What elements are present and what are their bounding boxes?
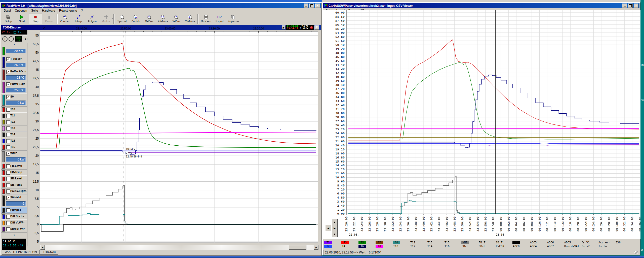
channel-checkbox[interactable]	[7, 127, 10, 130]
channel-checkbox[interactable]	[7, 190, 10, 193]
channel-row-fb-temp[interactable]: FB-Temp	[1, 170, 27, 176]
toolbar-button-start[interactable]: Start	[15, 14, 29, 24]
legend-item-fb-t[interactable]: FB-T	[478, 241, 495, 244]
legend-item-t8[interactable]: T8	[376, 244, 392, 248]
scroll-right-arrow[interactable]: ▶	[314, 245, 318, 250]
channel-row-t16[interactable]: T16	[1, 144, 27, 151]
pan-left-button[interactable]: ◀	[325, 225, 331, 231]
toolbar-button-folgen[interactable]: Folgen	[86, 14, 99, 24]
minimize-button[interactable]	[622, 4, 627, 8]
legend-item-sb-l[interactable]: SB-L	[478, 244, 495, 248]
tdr-display-bar[interactable]: TDR-Display ▶ 21:33:09 23:34:27 7,277 1,…	[1, 25, 321, 30]
pan-down-button[interactable]: ▼	[332, 231, 338, 237]
channel-checkbox[interactable]	[7, 133, 10, 137]
legend-item-t13[interactable]: T13	[427, 241, 444, 244]
channel-checkbox[interactable]: ✓	[7, 152, 10, 155]
toolbar-button-zoomen[interactable]: Zoomen	[58, 14, 72, 24]
channel-checkbox[interactable]	[7, 221, 10, 225]
channel-row-unnamed[interactable]: 20,6 °C	[1, 46, 27, 56]
plot-h-scrollbar[interactable]: ◀ ▶	[40, 245, 319, 250]
realview-titlebar[interactable]: RealView 3.0 - [c:\haus\wp\realview\2206…	[1, 3, 321, 8]
menu-item-hilfe[interactable]: Hilfe	[358, 9, 367, 12]
minimize-button[interactable]	[304, 4, 308, 8]
channel-checkbox[interactable]	[7, 139, 10, 143]
toolbar-button-xminus[interactable]: ><X-Minus	[156, 14, 170, 24]
toolbar-button-pause[interactable]: Pause	[42, 14, 56, 24]
channel-row-press-eqro[interactable]: Press-EQRo	[1, 188, 27, 195]
channel-row-fb-level[interactable]: FB-Level	[1, 163, 27, 170]
legend-item-adc5[interactable]: ADC5	[564, 241, 580, 244]
legend-item-adc3[interactable]: ADC3	[530, 241, 546, 244]
toolbar-button-interp[interactable]: Interp.	[72, 14, 86, 24]
channel-checkbox[interactable]	[7, 146, 10, 149]
channel-checkbox[interactable]	[7, 228, 10, 231]
channel-row-t11[interactable]: T11	[1, 113, 27, 119]
channel-row-diff-stich-[interactable]: Diff Stich -	[1, 214, 27, 220]
channel-row-s0[interactable]: ✓S00 kW	[1, 94, 27, 107]
channel-row-sb-temp[interactable]: SB-Temp	[1, 182, 27, 188]
maximize-button[interactable]	[309, 4, 314, 8]
toolbar-button-spezial[interactable]: ~Spezial	[115, 14, 129, 24]
channel-scroll-down[interactable]: ▼	[1, 234, 27, 237]
pan-up-button[interactable]: ▲	[332, 219, 338, 225]
channel-row-t12[interactable]: T12	[1, 119, 27, 125]
legend-item-black-box[interactable]	[512, 241, 529, 244]
toolbar-button-drucken[interactable]: Drucken	[199, 14, 213, 24]
channel-checkbox[interactable]	[7, 108, 10, 111]
legend-item-t5[interactable]: T5	[358, 241, 375, 244]
channel-row-t15[interactable]: T15	[1, 138, 27, 144]
pan-right-button[interactable]: ▶	[332, 225, 338, 231]
taskbar-edge[interactable]	[0, 256, 644, 258]
csv-viewer-titlebar[interactable]: C:\HAUS\WP\csv-viewer\resultrob3.csv - I…	[323, 3, 639, 8]
close-button[interactable]: ×	[315, 4, 320, 8]
toolbar-button-xplus[interactable]: <>X-Plus	[142, 14, 156, 24]
resize-grip[interactable]	[634, 251, 638, 254]
panel-expand-button[interactable]: ▶	[282, 25, 286, 29]
legend-item-acc-err[interactable]: Acc_err	[598, 241, 615, 244]
realview-plot-area[interactable]	[27, 30, 321, 245]
legend-item-adc7[interactable]: ADC7	[547, 244, 563, 248]
channel-checkbox[interactable]	[7, 183, 10, 187]
close-button[interactable]: ×	[634, 4, 638, 8]
channel-checkbox[interactable]	[7, 209, 10, 212]
toolbar-button-stop[interactable]: Stop	[29, 14, 42, 24]
channel-checkbox[interactable]: ✓	[7, 196, 10, 200]
channel-checkbox[interactable]	[7, 165, 10, 168]
channel-row-t10[interactable]: T10	[1, 107, 27, 113]
legend-item-fs-to[interactable]: fs_to	[598, 244, 615, 248]
channel-checkbox[interactable]: ✓	[7, 95, 10, 99]
legend-item-t7[interactable]: T7	[376, 241, 392, 244]
zoom-out-button[interactable]: −	[9, 36, 14, 42]
toolbar-button-export[interactable]: DPExport	[213, 14, 226, 24]
channel-row-wmz[interactable]: ✓WMZ0 kW	[1, 151, 27, 163]
legend-item-adc6[interactable]: ADC6	[547, 241, 563, 244]
menu-item-seite[interactable]: Seite	[29, 8, 40, 13]
channel-checkbox[interactable]	[7, 177, 10, 181]
legend-item-adc4[interactable]: ADC4	[530, 244, 546, 248]
toolbar-button-yminus[interactable]: vY-Minus	[183, 14, 197, 24]
legend-item-t4[interactable]: T4	[341, 244, 358, 248]
legend-item-t3[interactable]: T3	[341, 241, 358, 244]
tab-tdr-neu[interactable]: TDR-Neu	[40, 250, 58, 255]
legend-item-fb-l[interactable]: FB-L	[461, 244, 478, 248]
tab-wp-eth-192-168-1-129[interactable]: WP-ETH 192.168.1.129	[2, 250, 39, 255]
channel-row-t13[interactable]: T13	[1, 125, 27, 132]
legend-item-adc0[interactable]: ADC0	[512, 244, 529, 248]
menu-item-extras[interactable]: Extras	[347, 9, 358, 12]
legend-item-t16[interactable]: T16	[444, 244, 461, 248]
csv-plot-area[interactable]	[323, 12, 639, 239]
channel-row-sb-level[interactable]: SB-Level	[1, 176, 27, 182]
channel-scroll-up[interactable]: ▲	[1, 43, 27, 46]
legend-item-fs-v1[interactable]: fs_V1	[581, 241, 597, 244]
legend-item-fs-v2[interactable]: fs_v2	[581, 244, 597, 248]
channel-row-s0-valid[interactable]: ✓S0-Valid-2	[1, 195, 27, 207]
channel-checkbox[interactable]	[7, 120, 10, 124]
scale-readout-button[interactable]: 1.23 ◄▌►	[15, 36, 22, 42]
legend-item-t12[interactable]: T12	[410, 244, 426, 248]
legend-item-sb-t[interactable]: SB-T	[495, 241, 512, 244]
maximize-button[interactable]	[628, 4, 633, 8]
legend-item-t1[interactable]: T1	[324, 241, 341, 244]
toolbar-button-setup[interactable]: Setup	[2, 14, 15, 24]
channel-checkbox[interactable]: ✓	[7, 83, 10, 86]
legend-item-t10[interactable]: T10	[393, 244, 409, 248]
